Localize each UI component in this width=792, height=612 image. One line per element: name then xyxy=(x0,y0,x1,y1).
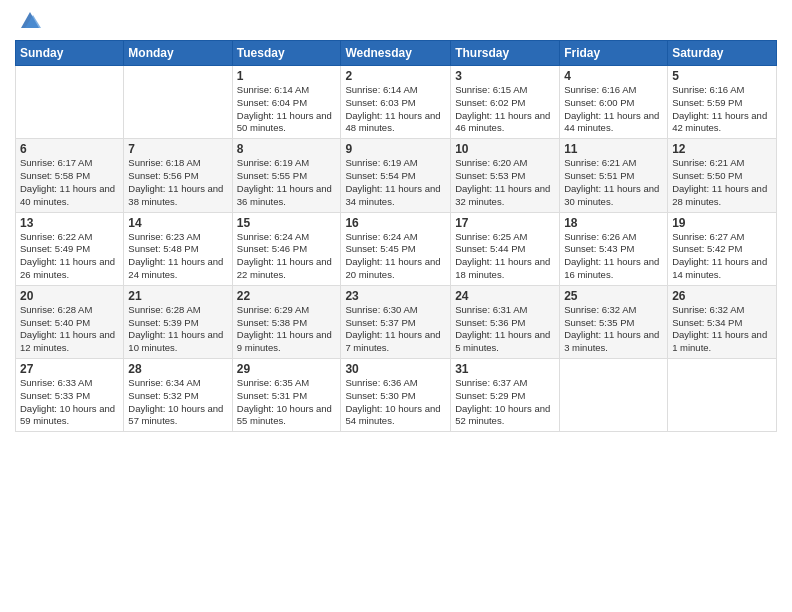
calendar-week-row: 13Sunrise: 6:22 AMSunset: 5:49 PMDayligh… xyxy=(16,212,777,285)
logo xyxy=(15,10,41,32)
calendar-cell xyxy=(16,66,124,139)
day-number: 31 xyxy=(455,362,555,376)
day-info: Sunrise: 6:17 AMSunset: 5:58 PMDaylight:… xyxy=(20,157,119,208)
calendar-cell: 28Sunrise: 6:34 AMSunset: 5:32 PMDayligh… xyxy=(124,359,232,432)
day-number: 10 xyxy=(455,142,555,156)
day-info: Sunrise: 6:33 AMSunset: 5:33 PMDaylight:… xyxy=(20,377,119,428)
weekday-header-thursday: Thursday xyxy=(451,41,560,66)
day-info: Sunrise: 6:34 AMSunset: 5:32 PMDaylight:… xyxy=(128,377,227,428)
day-info: Sunrise: 6:24 AMSunset: 5:46 PMDaylight:… xyxy=(237,231,337,282)
day-number: 2 xyxy=(345,69,446,83)
day-number: 30 xyxy=(345,362,446,376)
day-info: Sunrise: 6:36 AMSunset: 5:30 PMDaylight:… xyxy=(345,377,446,428)
logo-icon xyxy=(19,10,41,32)
calendar-header: SundayMondayTuesdayWednesdayThursdayFrid… xyxy=(16,41,777,66)
day-number: 7 xyxy=(128,142,227,156)
calendar-cell: 18Sunrise: 6:26 AMSunset: 5:43 PMDayligh… xyxy=(560,212,668,285)
day-info: Sunrise: 6:25 AMSunset: 5:44 PMDaylight:… xyxy=(455,231,555,282)
day-number: 1 xyxy=(237,69,337,83)
day-number: 25 xyxy=(564,289,663,303)
day-info: Sunrise: 6:23 AMSunset: 5:48 PMDaylight:… xyxy=(128,231,227,282)
calendar-cell: 16Sunrise: 6:24 AMSunset: 5:45 PMDayligh… xyxy=(341,212,451,285)
day-info: Sunrise: 6:31 AMSunset: 5:36 PMDaylight:… xyxy=(455,304,555,355)
day-number: 14 xyxy=(128,216,227,230)
calendar-body: 1Sunrise: 6:14 AMSunset: 6:04 PMDaylight… xyxy=(16,66,777,432)
calendar-week-row: 20Sunrise: 6:28 AMSunset: 5:40 PMDayligh… xyxy=(16,285,777,358)
day-number: 28 xyxy=(128,362,227,376)
weekday-header-row: SundayMondayTuesdayWednesdayThursdayFrid… xyxy=(16,41,777,66)
header xyxy=(15,10,777,32)
day-number: 21 xyxy=(128,289,227,303)
day-number: 4 xyxy=(564,69,663,83)
calendar-cell: 10Sunrise: 6:20 AMSunset: 5:53 PMDayligh… xyxy=(451,139,560,212)
weekday-header-tuesday: Tuesday xyxy=(232,41,341,66)
calendar-week-row: 1Sunrise: 6:14 AMSunset: 6:04 PMDaylight… xyxy=(16,66,777,139)
day-number: 18 xyxy=(564,216,663,230)
calendar-cell: 13Sunrise: 6:22 AMSunset: 5:49 PMDayligh… xyxy=(16,212,124,285)
day-info: Sunrise: 6:16 AMSunset: 6:00 PMDaylight:… xyxy=(564,84,663,135)
calendar-cell: 7Sunrise: 6:18 AMSunset: 5:56 PMDaylight… xyxy=(124,139,232,212)
calendar-cell: 25Sunrise: 6:32 AMSunset: 5:35 PMDayligh… xyxy=(560,285,668,358)
day-number: 9 xyxy=(345,142,446,156)
day-number: 26 xyxy=(672,289,772,303)
day-number: 22 xyxy=(237,289,337,303)
day-info: Sunrise: 6:37 AMSunset: 5:29 PMDaylight:… xyxy=(455,377,555,428)
calendar-cell xyxy=(124,66,232,139)
calendar-cell: 21Sunrise: 6:28 AMSunset: 5:39 PMDayligh… xyxy=(124,285,232,358)
weekday-header-saturday: Saturday xyxy=(668,41,777,66)
calendar-cell: 30Sunrise: 6:36 AMSunset: 5:30 PMDayligh… xyxy=(341,359,451,432)
day-info: Sunrise: 6:22 AMSunset: 5:49 PMDaylight:… xyxy=(20,231,119,282)
day-info: Sunrise: 6:19 AMSunset: 5:55 PMDaylight:… xyxy=(237,157,337,208)
day-info: Sunrise: 6:14 AMSunset: 6:03 PMDaylight:… xyxy=(345,84,446,135)
day-info: Sunrise: 6:19 AMSunset: 5:54 PMDaylight:… xyxy=(345,157,446,208)
calendar-cell: 6Sunrise: 6:17 AMSunset: 5:58 PMDaylight… xyxy=(16,139,124,212)
calendar-cell: 12Sunrise: 6:21 AMSunset: 5:50 PMDayligh… xyxy=(668,139,777,212)
day-info: Sunrise: 6:18 AMSunset: 5:56 PMDaylight:… xyxy=(128,157,227,208)
calendar-week-row: 6Sunrise: 6:17 AMSunset: 5:58 PMDaylight… xyxy=(16,139,777,212)
day-info: Sunrise: 6:29 AMSunset: 5:38 PMDaylight:… xyxy=(237,304,337,355)
day-info: Sunrise: 6:30 AMSunset: 5:37 PMDaylight:… xyxy=(345,304,446,355)
day-number: 15 xyxy=(237,216,337,230)
calendar-cell: 26Sunrise: 6:32 AMSunset: 5:34 PMDayligh… xyxy=(668,285,777,358)
day-number: 27 xyxy=(20,362,119,376)
day-info: Sunrise: 6:20 AMSunset: 5:53 PMDaylight:… xyxy=(455,157,555,208)
calendar-cell: 27Sunrise: 6:33 AMSunset: 5:33 PMDayligh… xyxy=(16,359,124,432)
calendar-cell: 2Sunrise: 6:14 AMSunset: 6:03 PMDaylight… xyxy=(341,66,451,139)
day-number: 16 xyxy=(345,216,446,230)
calendar-cell: 19Sunrise: 6:27 AMSunset: 5:42 PMDayligh… xyxy=(668,212,777,285)
day-info: Sunrise: 6:28 AMSunset: 5:40 PMDaylight:… xyxy=(20,304,119,355)
calendar-cell: 11Sunrise: 6:21 AMSunset: 5:51 PMDayligh… xyxy=(560,139,668,212)
calendar-cell: 20Sunrise: 6:28 AMSunset: 5:40 PMDayligh… xyxy=(16,285,124,358)
calendar-cell: 29Sunrise: 6:35 AMSunset: 5:31 PMDayligh… xyxy=(232,359,341,432)
day-info: Sunrise: 6:32 AMSunset: 5:34 PMDaylight:… xyxy=(672,304,772,355)
day-number: 8 xyxy=(237,142,337,156)
calendar-cell: 1Sunrise: 6:14 AMSunset: 6:04 PMDaylight… xyxy=(232,66,341,139)
weekday-header-wednesday: Wednesday xyxy=(341,41,451,66)
day-number: 13 xyxy=(20,216,119,230)
day-number: 19 xyxy=(672,216,772,230)
calendar-cell: 8Sunrise: 6:19 AMSunset: 5:55 PMDaylight… xyxy=(232,139,341,212)
day-number: 29 xyxy=(237,362,337,376)
day-number: 3 xyxy=(455,69,555,83)
weekday-header-monday: Monday xyxy=(124,41,232,66)
day-info: Sunrise: 6:16 AMSunset: 5:59 PMDaylight:… xyxy=(672,84,772,135)
calendar-cell xyxy=(560,359,668,432)
calendar-cell: 9Sunrise: 6:19 AMSunset: 5:54 PMDaylight… xyxy=(341,139,451,212)
day-info: Sunrise: 6:32 AMSunset: 5:35 PMDaylight:… xyxy=(564,304,663,355)
calendar-cell: 17Sunrise: 6:25 AMSunset: 5:44 PMDayligh… xyxy=(451,212,560,285)
day-number: 6 xyxy=(20,142,119,156)
calendar-cell: 15Sunrise: 6:24 AMSunset: 5:46 PMDayligh… xyxy=(232,212,341,285)
day-number: 17 xyxy=(455,216,555,230)
day-number: 24 xyxy=(455,289,555,303)
calendar-cell: 4Sunrise: 6:16 AMSunset: 6:00 PMDaylight… xyxy=(560,66,668,139)
day-info: Sunrise: 6:15 AMSunset: 6:02 PMDaylight:… xyxy=(455,84,555,135)
calendar-cell: 14Sunrise: 6:23 AMSunset: 5:48 PMDayligh… xyxy=(124,212,232,285)
day-info: Sunrise: 6:14 AMSunset: 6:04 PMDaylight:… xyxy=(237,84,337,135)
weekday-header-sunday: Sunday xyxy=(16,41,124,66)
day-number: 11 xyxy=(564,142,663,156)
calendar-table: SundayMondayTuesdayWednesdayThursdayFrid… xyxy=(15,40,777,432)
calendar-cell: 5Sunrise: 6:16 AMSunset: 5:59 PMDaylight… xyxy=(668,66,777,139)
calendar-cell: 22Sunrise: 6:29 AMSunset: 5:38 PMDayligh… xyxy=(232,285,341,358)
calendar-cell: 23Sunrise: 6:30 AMSunset: 5:37 PMDayligh… xyxy=(341,285,451,358)
day-number: 12 xyxy=(672,142,772,156)
